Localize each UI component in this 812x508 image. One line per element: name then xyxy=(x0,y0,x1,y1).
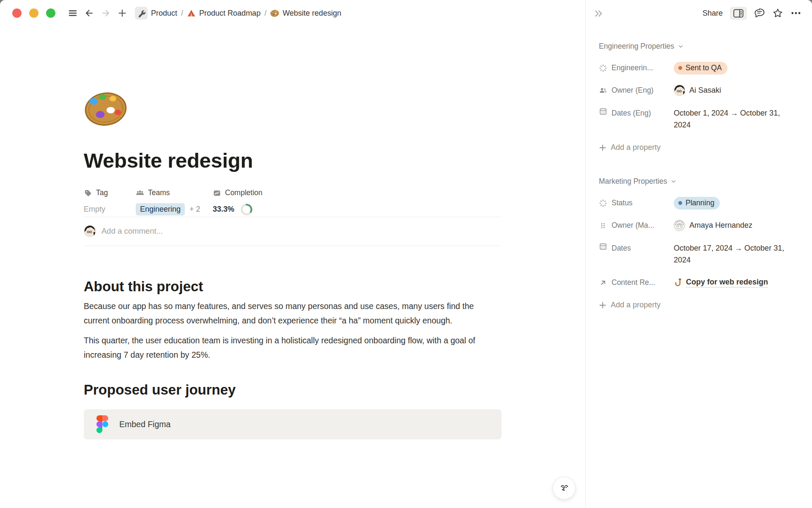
arrow-up-right-icon xyxy=(599,279,607,287)
main-area: Product / Product Roadmap / Website rede… xyxy=(0,0,585,508)
zoom-window-button[interactable] xyxy=(46,8,55,18)
add-property-button-engineering[interactable]: Add a property xyxy=(599,136,802,159)
property-teams: Teams Engineering + 2 xyxy=(136,188,213,217)
breadcrumb-item-product-roadmap[interactable]: Product Roadmap xyxy=(187,9,261,18)
forward-arrow-icon xyxy=(101,8,110,18)
notion-ai-face-icon xyxy=(559,483,570,494)
hook-icon xyxy=(674,278,682,287)
forward-button[interactable] xyxy=(99,6,113,20)
property-row-owner-eng[interactable]: Owner (Eng) Ai Sasaki xyxy=(599,79,802,102)
inline-properties: Tag Empty Teams Engineering + 2 xyxy=(84,188,502,217)
property-row-dates[interactable]: Dates October 17, 2024 → October 31, 202… xyxy=(599,237,802,271)
breadcrumb-separator: / xyxy=(264,9,266,18)
person-chip: Amaya Hernandez xyxy=(674,220,752,231)
double-chevron-right-icon xyxy=(594,8,604,18)
minimize-window-button[interactable] xyxy=(29,8,38,18)
comments-button[interactable] xyxy=(754,8,765,18)
chart-icon xyxy=(213,189,221,197)
page-content: Website redesign Tag Empty Teams Enginee… xyxy=(84,89,502,439)
tent-icon xyxy=(187,9,196,18)
property-row-status[interactable]: Status Planning xyxy=(599,192,802,214)
property-row-dates-eng[interactable]: Dates (Eng) October 1, 2024 → October 31… xyxy=(599,102,802,136)
teams-tag-engineering[interactable]: Engineering xyxy=(136,203,185,215)
panel-toggle-icon xyxy=(733,9,743,18)
paragraph[interactable]: Because our app has so many features, an… xyxy=(84,299,502,328)
heading-about[interactable]: About this project xyxy=(84,279,502,295)
plus-icon xyxy=(118,8,127,18)
properties-panel: Engineering Properties Engineerin... Sen… xyxy=(586,26,812,316)
more-options-button[interactable] xyxy=(790,8,801,19)
person-name: Ai Sasaki xyxy=(689,86,721,95)
add-comment-input[interactable] xyxy=(102,226,502,236)
figma-embed-placeholder[interactable]: Embed Figma xyxy=(84,409,502,439)
breadcrumb-label: Product xyxy=(151,9,177,18)
back-button[interactable] xyxy=(82,6,96,20)
plus-icon xyxy=(599,144,606,152)
relation-link-label: Copy for web redesign xyxy=(686,278,768,287)
tag-icon xyxy=(84,189,92,197)
new-page-button[interactable] xyxy=(115,6,129,20)
comment-bubble-icon xyxy=(754,8,765,18)
heading-journey[interactable]: Proposed user journey xyxy=(84,382,502,398)
share-button[interactable]: Share xyxy=(702,9,723,18)
back-arrow-icon xyxy=(85,8,94,18)
people-icon xyxy=(599,86,607,95)
person-name: Amaya Hernandez xyxy=(689,221,752,230)
avatar-ai-sasaki xyxy=(674,85,685,96)
property-teams-value[interactable]: Engineering + 2 xyxy=(136,202,213,217)
ellipsis-icon xyxy=(790,8,801,19)
wrench-icon xyxy=(135,7,148,19)
close-window-button[interactable] xyxy=(12,8,22,18)
property-row-content-relation[interactable]: Content Re... Copy for web redesign xyxy=(599,271,802,294)
topbar-actions: Share xyxy=(702,7,801,20)
comment-composer xyxy=(84,217,502,246)
add-property-button-marketing[interactable]: Add a property xyxy=(599,294,802,316)
sidebar-menu-button[interactable] xyxy=(66,6,80,20)
window-controls xyxy=(12,8,55,18)
chevron-down-icon xyxy=(677,43,684,50)
breadcrumb-item-product[interactable]: Product xyxy=(135,7,177,19)
relation-link[interactable]: Copy for web redesign xyxy=(674,278,768,287)
property-completion: Completion 33.3% xyxy=(213,188,263,217)
favorite-button[interactable] xyxy=(772,8,783,19)
property-tag-value[interactable]: Empty xyxy=(84,202,136,217)
avatar-current-user xyxy=(84,225,96,237)
breadcrumb-label: Website redesign xyxy=(283,9,341,18)
engineering-properties-header[interactable]: Engineering Properties xyxy=(599,41,802,51)
figma-logo-icon xyxy=(96,415,108,433)
progress-ring xyxy=(240,203,253,216)
page-title[interactable]: Website redesign xyxy=(84,149,502,173)
plus-icon xyxy=(599,301,606,309)
status-dot xyxy=(678,66,682,70)
property-teams-label[interactable]: Teams xyxy=(136,188,213,199)
collapse-sidebar-button[interactable] xyxy=(592,6,605,20)
status-burst-icon xyxy=(599,199,607,207)
paragraph[interactable]: This quarter, the user education team is… xyxy=(84,333,502,362)
breadcrumb: Product / Product Roadmap / Website rede… xyxy=(135,7,341,19)
status-burst-icon xyxy=(599,64,607,72)
page-body: About this project Because our app has s… xyxy=(84,279,502,439)
date-range: October 1, 2024 → October 31, 2024 xyxy=(674,107,791,131)
person-chip: Ai Sasaki xyxy=(674,85,721,96)
teams-icon xyxy=(136,189,144,197)
avatar-amaya-hernandez xyxy=(674,220,685,231)
marketing-properties-header[interactable]: Marketing Properties xyxy=(599,177,802,186)
drag-dots-icon xyxy=(599,221,607,230)
property-completion-value[interactable]: 33.3% xyxy=(213,202,263,217)
property-row-owner-marketing[interactable]: Owner (Ma... Amaya Hernandez xyxy=(599,214,802,237)
breadcrumb-label: Product Roadmap xyxy=(199,9,261,18)
notion-ai-button[interactable] xyxy=(553,477,576,500)
breadcrumb-item-website-redesign[interactable]: Website redesign xyxy=(270,9,341,18)
property-tag-label[interactable]: Tag xyxy=(84,188,136,199)
calendar-icon xyxy=(599,107,607,116)
property-completion-label[interactable]: Completion xyxy=(213,188,263,199)
side-panel-toggle-button[interactable] xyxy=(730,7,747,20)
date-range: October 17, 2024 → October 31, 2024 xyxy=(674,242,791,266)
page-icon-palette[interactable] xyxy=(84,89,128,127)
status-dot xyxy=(678,201,682,205)
property-row-engineering-status[interactable]: Engineerin... Sent to QA xyxy=(599,57,802,79)
status-pill-sent-to-qa[interactable]: Sent to QA xyxy=(674,62,727,75)
completion-percent: 33.3% xyxy=(213,205,234,214)
sidebar-toolbar: Share xyxy=(586,0,812,26)
status-pill-planning[interactable]: Planning xyxy=(674,197,720,210)
